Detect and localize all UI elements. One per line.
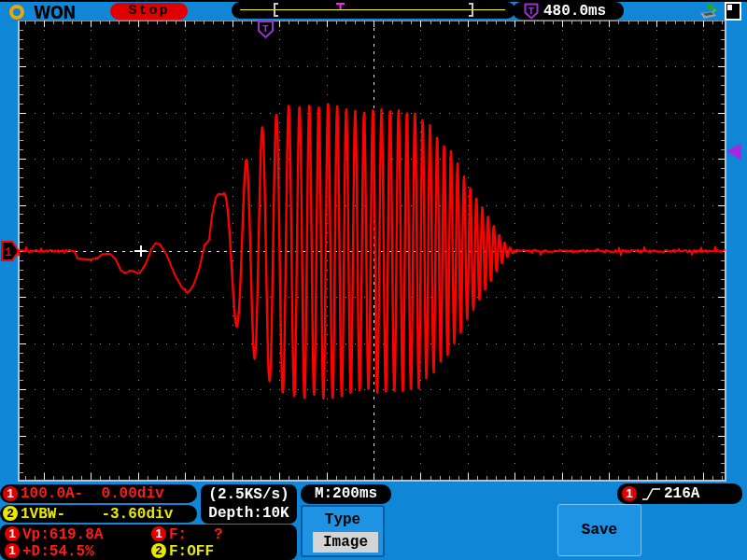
measurement-panel: 1 Vp:619.8A 1 F: ? 1 +D:54.5% 2 F:OFF [0,525,297,560]
battery-icon [725,2,742,21]
save-button[interactable]: Save [557,504,641,556]
waveform-plot-canvas [0,0,747,560]
svg-text:1: 1 [5,245,12,259]
measure2-badge: 1 [151,526,166,541]
trigger-level-value: 216A [664,485,699,502]
owon-logo: WON [7,2,101,21]
measure3-value: +D:54.5% [22,543,94,560]
svg-text:T: T [262,23,269,35]
sample-rate: (2.5KS/s) [201,485,297,504]
trigger-level-marker [726,142,742,161]
channel1-status: 1 100.0A- 0.00div [0,484,197,503]
measure2-value: F: ? [169,526,223,543]
measure1-badge: 1 [5,526,20,541]
acquire-info: (2.5KS/s) Depth:10K [201,484,297,524]
channel1-badge: 1 [3,486,18,501]
type-label: Type [303,511,383,528]
type-value-selected[interactable]: Image [313,532,378,553]
owon-logo-text: WON [34,1,75,23]
measure3-badge: 1 [5,543,20,558]
record-depth: Depth:10K [201,504,297,523]
channel2-scale: 1VBW- -3.60div [21,506,173,523]
trigger-source-badge: 1 [622,486,637,501]
owon-logo-o-ring [9,5,24,20]
type-menu-button[interactable]: Type Image [301,505,385,557]
trigger-readout: 1 216A [617,483,742,504]
channel2-status: 2 1VBW- -3.60div [0,505,197,523]
usb-storage-icon [697,2,723,21]
trigger-t-icon: T [523,3,542,20]
channel2-badge: 2 [3,506,18,521]
trigger-bar-markers [232,2,515,19]
rising-edge-icon [641,487,662,501]
trigger-time-value: 480.0ms [543,3,606,20]
trigger-time-readout: T 480.0ms [513,2,624,20]
channel1-marker: 1 [0,238,21,264]
measure1-value: Vp:619.8A [22,526,103,543]
run-state-indicator: Stop [110,3,188,20]
svg-text:T: T [529,6,535,17]
measure4-value: F:OFF [169,543,214,560]
trigger-time-badge: T [257,21,275,39]
channel1-scale: 100.0A- 0.00div [21,485,164,502]
timebase-readout: M:200ms [301,484,391,504]
oscilloscope-screen: WON Stop T 480.0ms T 1 [0,0,747,560]
trigger-position-bar [232,2,515,19]
measure4-badge: 2 [151,543,166,558]
